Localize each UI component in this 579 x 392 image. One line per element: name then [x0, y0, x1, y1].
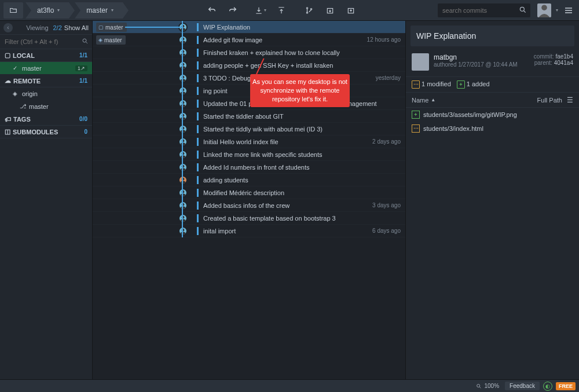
svg-point-7 — [477, 384, 480, 387]
commit-node[interactable] — [178, 35, 188, 45]
commit-node[interactable] — [178, 137, 188, 146]
back-button[interactable]: ‹ — [3, 23, 13, 32]
commit-hash[interactable]: fae1b4 — [555, 53, 573, 60]
tips-button[interactable]: ◐ — [543, 382, 552, 391]
check-icon: ✓ — [13, 65, 20, 71]
modified-count: 1 modified — [422, 80, 451, 87]
search-icon — [82, 38, 89, 45]
commit-row[interactable]: Started the tiddly wik with about mei (I… — [93, 123, 405, 135]
zoom-indicator[interactable]: 100% — [476, 383, 499, 389]
section-submodules[interactable]: ◫ SUBMODULES 0 — [0, 126, 92, 138]
commit-time: 12 hours ago — [367, 36, 401, 43]
detail-title: WIP Explanation — [411, 25, 574, 46]
breadcrumb-branch[interactable]: master▾ — [75, 2, 123, 19]
parent-hash-label: parent: — [534, 60, 552, 66]
parent-hash[interactable]: 4041a4 — [554, 60, 573, 66]
author-date: authored 1/27/2017 @ 10:44 AM — [434, 61, 529, 68]
commit-node[interactable] — [178, 150, 188, 159]
file-row[interactable]: +students/3/assets/img/gitWIP.png — [406, 108, 579, 122]
commit-node[interactable] — [178, 214, 188, 223]
submodule-icon: ◫ — [5, 128, 10, 135]
commit-row[interactable]: Initial Hello world index file2 days ago — [93, 135, 405, 148]
ahead-badge: 1↗ — [75, 65, 87, 71]
modified-icon: ⋯ — [412, 80, 420, 89]
section-local[interactable]: ▢ LOCAL 1/1 — [0, 49, 92, 62]
undo-button[interactable] — [203, 2, 221, 19]
commit-row[interactable]: adding people + gen SSH Key + install kr… — [93, 59, 405, 72]
section-local-count: 1/1 — [79, 52, 87, 58]
commit-message: inital import — [203, 228, 368, 235]
commit-node[interactable] — [178, 175, 188, 185]
svg-point-1 — [306, 12, 307, 13]
user-avatar[interactable] — [537, 3, 551, 17]
annotation-callout: As you can see my desktop is not synchro… — [250, 74, 350, 107]
commit-row[interactable]: ◈masterAdded git flow image12 hours ago — [93, 34, 405, 46]
sidebar: ‹ Viewing 2/2 Show All ▢ LOCAL 1/1 ✓ mas… — [0, 21, 93, 379]
commit-row[interactable]: Linked the more link with specific stude… — [93, 148, 405, 161]
commit-node[interactable] — [178, 188, 188, 197]
pull-button[interactable]: ▾ — [251, 2, 270, 19]
commit-node[interactable] — [178, 226, 188, 236]
commit-row[interactable]: 3 TODO : Debugyesterday — [93, 72, 405, 85]
commit-row[interactable]: inital import6 days ago — [93, 225, 405, 237]
commit-row[interactable]: Modified Médéric description — [93, 186, 405, 199]
svg-point-6 — [83, 39, 86, 42]
feedback-button[interactable]: Feedback — [505, 382, 540, 390]
commit-node[interactable] — [178, 112, 188, 121]
commit-row[interactable]: Finished kraken + explained how to clone… — [93, 46, 405, 59]
svg-point-5 — [520, 7, 524, 11]
remote-icon: ◈ — [13, 90, 20, 97]
push-button[interactable] — [272, 2, 291, 19]
section-remote[interactable]: ☁ REMOTE 1/1 — [0, 75, 92, 87]
commit-node[interactable] — [178, 61, 188, 70]
commit-row[interactable]: Created a basic template based on bootst… — [93, 212, 405, 225]
tag-icon: 🏷 — [5, 116, 11, 123]
commit-node[interactable] — [178, 48, 188, 57]
commit-row[interactable]: Updated the 01 principles and practices,… — [93, 97, 405, 110]
commit-node[interactable] — [178, 86, 188, 96]
show-all-link[interactable]: Show All — [64, 24, 89, 31]
author-name: matbgn — [434, 53, 529, 61]
files-header: Name ▲ Full Path ☰ — [406, 93, 579, 108]
cloud-icon: ☁ — [5, 77, 11, 85]
breadcrumb-repo-label: at3flo — [37, 6, 54, 14]
commit-node[interactable] — [178, 163, 188, 172]
commit-row[interactable]: Added Id numbers in front of students — [93, 161, 405, 174]
search-commits[interactable] — [438, 3, 530, 17]
breadcrumb-repo[interactable]: at3flo▾ — [25, 2, 69, 19]
filter-input[interactable] — [0, 35, 92, 49]
list-view-icon[interactable]: ☰ — [567, 96, 573, 104]
commit-time: 6 days ago — [372, 228, 401, 234]
section-remote-count: 1/1 — [79, 78, 87, 84]
stash-button[interactable] — [321, 2, 339, 19]
pop-stash-button[interactable] — [342, 2, 360, 19]
commit-node[interactable] — [178, 74, 188, 83]
files-fullpath-col[interactable]: Full Path — [537, 97, 562, 104]
commit-row[interactable]: Added basics infos of the crew3 days ago — [93, 199, 405, 212]
commit-row[interactable]: adding students — [93, 174, 405, 186]
commit-node[interactable] — [178, 124, 188, 134]
redo-button[interactable] — [223, 2, 242, 19]
commit-row[interactable]: Started the tiddler about GIT — [93, 110, 405, 123]
local-branch-master[interactable]: ✓ master 1↗ — [0, 62, 92, 75]
search-input[interactable] — [438, 3, 530, 17]
user-menu-caret[interactable]: ▾ — [556, 8, 558, 13]
file-row[interactable]: ⋯students/3/index.html — [406, 122, 579, 135]
folder-button[interactable] — [3, 2, 23, 19]
commit-node[interactable] — [178, 99, 188, 108]
remote-origin[interactable]: ◈ origin — [0, 87, 92, 100]
added-icon: + — [412, 111, 420, 119]
remote-branch-master[interactable]: ⎇ master — [0, 100, 92, 113]
commit-hash-label: commit: — [534, 53, 554, 60]
top-toolbar: at3flo▾ master▾ ▾ ▾ — [0, 0, 579, 21]
commit-row[interactable]: ing point — [93, 85, 405, 97]
main-menu-button[interactable] — [562, 2, 576, 19]
commit-node[interactable] — [178, 201, 188, 210]
svg-point-2 — [310, 8, 312, 9]
ref-tag-remote[interactable]: ◈master — [96, 35, 126, 45]
files-name-col[interactable]: Name — [412, 97, 428, 104]
file-list: +students/3/assets/img/gitWIP.png⋯studen… — [406, 108, 579, 135]
section-tags[interactable]: 🏷 TAGS 0/0 — [0, 113, 92, 126]
ref-tag-local[interactable]: ▢master — [96, 23, 127, 32]
branch-button[interactable] — [300, 2, 318, 19]
